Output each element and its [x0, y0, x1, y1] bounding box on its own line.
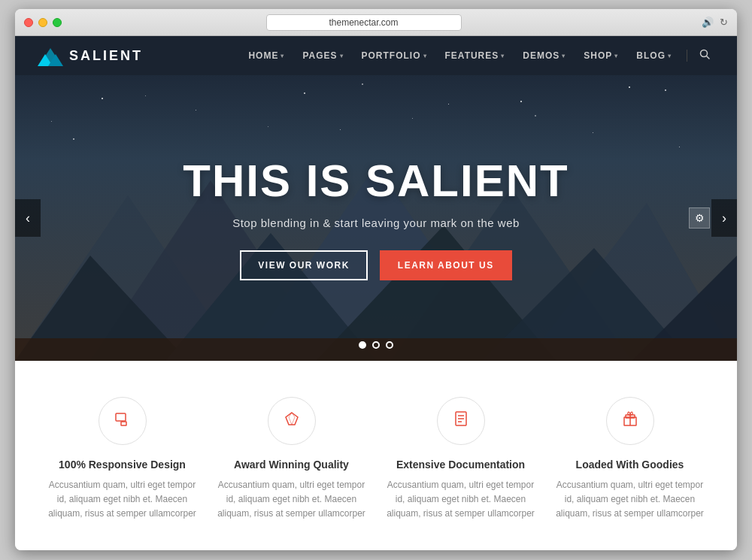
chevron-down-icon: ▾ [562, 53, 566, 59]
hero-content: THIS IS SALIENT Stop blending in & start… [168, 156, 584, 280]
feature-icon-wrap-4 [606, 397, 654, 445]
slider-settings-button[interactable]: ⚙ [689, 207, 710, 229]
nav-divider [687, 50, 687, 62]
nav-demos[interactable]: DEMOS ▾ [515, 46, 573, 65]
feature-desc-1: Accusantium quam, ultri eget tempor id, … [47, 478, 198, 522]
browser-titlebar: 🔊 ↻ [15, 9, 737, 36]
nav-blog[interactable]: BLOG ▾ [629, 46, 679, 65]
feature-icon-wrap-3 [437, 397, 485, 445]
learn-about-button[interactable]: LEARN ABOUT US [380, 250, 512, 280]
chevron-down-icon: ▾ [501, 53, 505, 59]
maximize-button[interactable] [53, 18, 62, 27]
svg-line-4 [707, 56, 710, 59]
audio-icon: 🔊 [702, 17, 714, 28]
logo-text: SALIENT [69, 48, 143, 64]
view-work-button[interactable]: VIEW OUR WORK [240, 250, 368, 280]
site-logo[interactable]: SALIENT [38, 45, 143, 66]
chevron-right-icon: › [722, 210, 726, 226]
address-input[interactable] [266, 14, 462, 31]
feature-desc-2: Accusantium quam, ultri eget tempor id, … [217, 478, 367, 522]
feature-icon-wrap-1 [99, 397, 147, 445]
address-bar-container [71, 14, 656, 31]
nav-features[interactable]: FEATURES ▾ [438, 46, 513, 65]
search-icon [699, 49, 710, 59]
chevron-down-icon: ▾ [280, 53, 284, 59]
chevron-down-icon: ▾ [340, 53, 344, 59]
chevron-left-icon: ‹ [26, 210, 30, 226]
browser-controls [24, 18, 62, 27]
feature-desc-4: Accusantium quam, ultri eget tempor id, … [555, 478, 705, 522]
slider-dots [359, 341, 393, 349]
svg-rect-16 [116, 413, 126, 421]
search-button[interactable] [695, 46, 714, 65]
slider-dot-2[interactable] [372, 341, 380, 349]
slider-dot-1[interactable] [359, 341, 366, 349]
nav-shop[interactable]: SHOP ▾ [576, 46, 626, 65]
svg-rect-17 [121, 422, 126, 425]
hero-subtitle: Stop blending in & start leaving your ma… [183, 216, 569, 229]
slider-next-button[interactable]: › [711, 199, 737, 237]
gear-icon: ⚙ [695, 212, 705, 224]
refresh-icon[interactable]: ↻ [720, 17, 728, 28]
feature-icon-wrap-2 [268, 397, 316, 445]
svg-marker-19 [286, 413, 298, 425]
slider-prev-button[interactable]: ‹ [15, 199, 41, 237]
document-icon [453, 410, 469, 431]
nav-portfolio[interactable]: PORTFOLIO ▾ [354, 46, 435, 65]
minimize-button[interactable] [38, 18, 47, 27]
chevron-down-icon: ▾ [668, 53, 672, 59]
browser-toolbar-icons: 🔊 ↻ [702, 17, 728, 28]
site-nav: SALIENT HOME ▾ PAGES ▾ PORTFOLIO ▾ FEATU… [15, 36, 737, 75]
chevron-down-icon: ▾ [423, 53, 427, 59]
close-button[interactable] [24, 18, 33, 27]
hero-section: THIS IS SALIENT Stop blending in & start… [15, 75, 737, 361]
feature-desc-3: Accusantium quam, ultri eget tempor id, … [386, 478, 536, 522]
hero-title: THIS IS SALIENT [183, 156, 569, 206]
gift-icon [622, 410, 638, 431]
feature-docs: Extensive Documentation Accusantium quam… [386, 397, 536, 522]
feature-goodies: Loaded With Goodies Accusantium quam, ul… [555, 397, 705, 522]
feature-title-1: 100% Responsive Design [47, 459, 198, 471]
diamond-icon [284, 410, 300, 431]
responsive-icon [114, 411, 131, 431]
nav-pages[interactable]: PAGES ▾ [295, 46, 350, 65]
nav-home[interactable]: HOME ▾ [241, 46, 292, 65]
features-section: 100% Responsive Design Accusantium quam,… [15, 361, 737, 544]
logo-icon [38, 45, 63, 66]
feature-responsive: 100% Responsive Design Accusantium quam,… [47, 397, 198, 522]
slider-dot-3[interactable] [386, 341, 393, 349]
website-content: SALIENT HOME ▾ PAGES ▾ PORTFOLIO ▾ FEATU… [15, 36, 737, 550]
nav-links: HOME ▾ PAGES ▾ PORTFOLIO ▾ FEATURES ▾ DE… [241, 46, 714, 65]
feature-quality: Award Winning Quality Accusantium quam, … [217, 397, 367, 522]
feature-title-4: Loaded With Goodies [555, 459, 705, 471]
browser-window: 🔊 ↻ SALIENT HOME ▾ PAGES [15, 9, 737, 550]
feature-title-2: Award Winning Quality [217, 459, 367, 471]
chevron-down-icon: ▾ [614, 53, 618, 59]
feature-title-3: Extensive Documentation [386, 459, 536, 471]
hero-buttons: VIEW OUR WORK LEARN ABOUT US [183, 250, 569, 280]
